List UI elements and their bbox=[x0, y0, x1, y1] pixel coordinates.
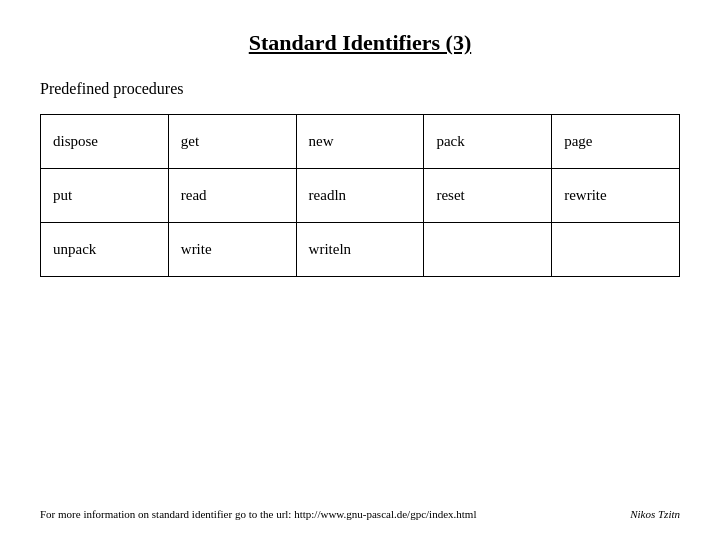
table-cell bbox=[424, 223, 552, 277]
table-cell: unpack bbox=[41, 223, 169, 277]
footer: For more information on standard identif… bbox=[40, 508, 680, 520]
table-row: disposegetnewpackpage bbox=[41, 115, 680, 169]
table-cell: pack bbox=[424, 115, 552, 169]
footer-info: For more information on standard identif… bbox=[40, 508, 476, 520]
table-cell bbox=[552, 223, 680, 277]
table-cell: put bbox=[41, 169, 169, 223]
table-row: unpackwritewriteln bbox=[41, 223, 680, 277]
table-cell: readln bbox=[296, 169, 424, 223]
table-cell: writeln bbox=[296, 223, 424, 277]
identifiers-table: disposegetnewpackpageputreadreadlnresetr… bbox=[40, 114, 680, 277]
table-cell: new bbox=[296, 115, 424, 169]
table-row: putreadreadlnresetrewrite bbox=[41, 169, 680, 223]
table-cell: reset bbox=[424, 169, 552, 223]
footer-author: Nikos Tzitn bbox=[630, 508, 680, 520]
table-cell: dispose bbox=[41, 115, 169, 169]
table-cell: page bbox=[552, 115, 680, 169]
table-cell: rewrite bbox=[552, 169, 680, 223]
page-title: Standard Identifiers (3) bbox=[40, 30, 680, 56]
table-cell: read bbox=[168, 169, 296, 223]
table-cell: write bbox=[168, 223, 296, 277]
page-container: Standard Identifiers (3) Predefined proc… bbox=[0, 0, 720, 540]
table-cell: get bbox=[168, 115, 296, 169]
section-label: Predefined procedures bbox=[40, 80, 680, 98]
